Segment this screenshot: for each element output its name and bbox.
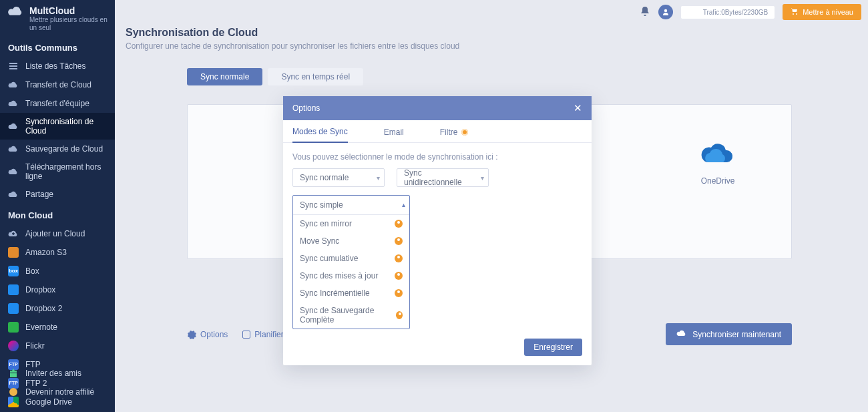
sidebar-cloud-dropbox-2[interactable]: Dropbox 2	[0, 299, 115, 318]
gift-icon	[8, 368, 19, 379]
coin-icon	[8, 387, 19, 397]
chevron-up-icon: ▴	[402, 201, 405, 208]
sidebar-item-label: Inviter des amis	[25, 369, 81, 378]
sidebar-item-label: Téléchargement hors ligne	[25, 162, 107, 181]
sidebar-cloud-amazon-s3[interactable]: Amazon S3	[0, 243, 115, 262]
destination-label: OneDrive	[698, 176, 738, 186]
select-sync-type[interactable]: Sync normale ▾	[292, 168, 385, 187]
sidebar-item-liste-des-t-ches[interactable]: Liste des Tâches	[0, 57, 115, 75]
brand-logo-icon	[7, 5, 24, 19]
sidebar-item-label: Evernote	[25, 323, 57, 332]
sidebar-item-label: Flickr	[25, 341, 45, 351]
sidebar-cloud-ajouter-un-cloud[interactable]: Ajouter un Cloud	[0, 224, 115, 243]
modal-header: Options ✕	[283, 96, 592, 120]
sidebar-item-synchronisation-de-cloud[interactable]: Synchronisation de Cloud	[0, 113, 115, 140]
sidebar-item-label: Transfert de Cloud	[25, 80, 91, 89]
cloud-icon	[8, 144, 19, 154]
option-label: Sync en mirror	[300, 219, 352, 228]
modal-tab-email[interactable]: Email	[384, 127, 404, 142]
sidebar-item-invite[interactable]: Inviter des amis	[0, 364, 115, 383]
dropdown-option[interactable]: Sync Incrémentielle	[293, 284, 409, 302]
dropdown-option[interactable]: Sync cumulative	[293, 250, 409, 267]
sidebar-item-label: Transfert d'équipe	[25, 99, 89, 108]
onedrive-icon	[698, 138, 738, 165]
options-label: Options	[200, 330, 228, 339]
select-dropdown-list: Sync en mirrorMove SyncSync cumulativeSy…	[293, 214, 409, 329]
premium-dot-icon	[461, 129, 468, 136]
sidebar-item-label: Sauvegarde de Cloud	[25, 144, 103, 154]
option-label: Sync Incrémentielle	[300, 288, 370, 298]
tab-sync-normal[interactable]: Sync normale	[187, 68, 262, 85]
sidebar-item-label: Amazon S3	[25, 248, 67, 257]
sidebar-item-transfert-de-cloud[interactable]: Transfert de Cloud	[0, 75, 115, 94]
modal-tab-filter[interactable]: Filtre	[440, 127, 469, 142]
select-sync-mode-head[interactable]: Sync simple ▴	[293, 196, 409, 214]
dropdown-option[interactable]: Sync des mises à jour	[293, 267, 409, 284]
sidebar-item-label: Partage	[25, 190, 53, 199]
ev-icon	[8, 322, 19, 333]
sidebar-item-label: Liste des Tâches	[25, 61, 86, 71]
sidebar-item-affiliate[interactable]: Devenir notre affilié	[0, 383, 115, 401]
premium-badge-icon	[395, 289, 403, 297]
save-button[interactable]: Enregistrer	[524, 339, 582, 356]
gear-icon	[187, 330, 196, 339]
upgrade-button[interactable]: Mettre à niveau	[783, 4, 861, 20]
select-sync-direction[interactable]: Sync unidirectionnelle ▾	[397, 168, 489, 187]
sidebar-cloud-evernote[interactable]: Evernote	[0, 318, 115, 337]
dropdown-option[interactable]: Move Sync	[293, 232, 409, 250]
sidebar-item-label: Dropbox	[25, 285, 55, 294]
sidebar-item-t-l-chargement-hors-ligne[interactable]: Téléchargement hors ligne	[0, 158, 115, 185]
select-value: Sync simple	[300, 200, 343, 210]
sidebar-cloud-dropbox[interactable]: Dropbox	[0, 280, 115, 299]
cloud-icon	[8, 189, 19, 200]
modal-tab-modes[interactable]: Modes de Sync	[292, 127, 348, 143]
premium-badge-icon	[395, 272, 403, 280]
page-subtitle: Configurer une tache de synchronisation …	[126, 41, 857, 51]
cloud-icon	[8, 79, 19, 90]
sidebar-item-label: Synchronisation de Cloud	[25, 117, 107, 136]
brand-name: MultCloud	[29, 5, 108, 16]
option-label: Sync de Sauvegarde Complète	[300, 306, 396, 325]
modal-hint: Vous pouvez sélectionner le mode de sync…	[292, 152, 582, 162]
option-label: Move Sync	[300, 236, 339, 246]
sidebar-cloud-flickr[interactable]: Flickr	[0, 337, 115, 355]
chevron-down-icon: ▾	[377, 174, 380, 182]
sidebar-item-transfert-d-quipe[interactable]: Transfert d'équipe	[0, 94, 115, 113]
avatar[interactable]	[658, 5, 673, 19]
schedule-toggle[interactable]: Planifier	[242, 330, 283, 339]
box-icon: box	[8, 266, 19, 276]
sync-now-button[interactable]: Synchroniser maintenant	[666, 323, 792, 345]
select-sync-mode[interactable]: Sync simple ▴ Sync en mirrorMove SyncSyn…	[292, 195, 410, 329]
close-icon[interactable]: ✕	[574, 102, 582, 114]
premium-badge-icon	[395, 237, 403, 245]
options-modal: Options ✕ Modes de Sync Email Filtre Vou…	[283, 96, 592, 365]
dbx-icon	[8, 303, 19, 314]
chevron-down-icon: ▾	[481, 174, 484, 182]
topbar: Trafic:0Bytes/2230GB Mettre à niveau	[115, 0, 868, 24]
svg-point-0	[9, 388, 17, 396]
premium-badge-icon	[395, 220, 403, 228]
s3-icon	[8, 247, 19, 258]
fl-icon	[8, 341, 19, 351]
sidebar: MultCloud Mettre plusieurs clouds en un …	[0, 0, 115, 412]
cloud-icon	[8, 98, 19, 109]
section-my-cloud: Mon Cloud	[0, 204, 115, 224]
sidebar-item-label: Box	[25, 266, 39, 276]
sidebar-item-partage[interactable]: Partage	[0, 185, 115, 204]
sidebar-item-sauvegarde-de-cloud[interactable]: Sauvegarde de Cloud	[0, 140, 115, 158]
tab-sync-realtime[interactable]: Sync en temps réel	[268, 68, 363, 85]
sidebar-cloud-box[interactable]: boxBox	[0, 262, 115, 280]
premium-badge-icon	[396, 311, 403, 319]
options-button[interactable]: Options	[187, 330, 228, 339]
dropdown-option[interactable]: Sync de Sauvegarde Complète	[293, 302, 409, 329]
modal-body: Vous pouvez sélectionner le mode de sync…	[283, 143, 592, 339]
sidebar-item-label: Dropbox 2	[25, 304, 62, 313]
sidebar-item-label: Devenir notre affilié	[25, 387, 94, 397]
traffic-badge: Trafic:0Bytes/2230GB	[681, 6, 775, 19]
notifications-icon[interactable]	[640, 6, 650, 19]
destination-cloud[interactable]: OneDrive	[698, 138, 738, 186]
modal-tab-filter-label: Filtre	[440, 128, 458, 137]
cloud-icon	[8, 166, 19, 177]
dropdown-option[interactable]: Sync en mirror	[293, 215, 409, 232]
dbx-icon	[8, 284, 19, 295]
